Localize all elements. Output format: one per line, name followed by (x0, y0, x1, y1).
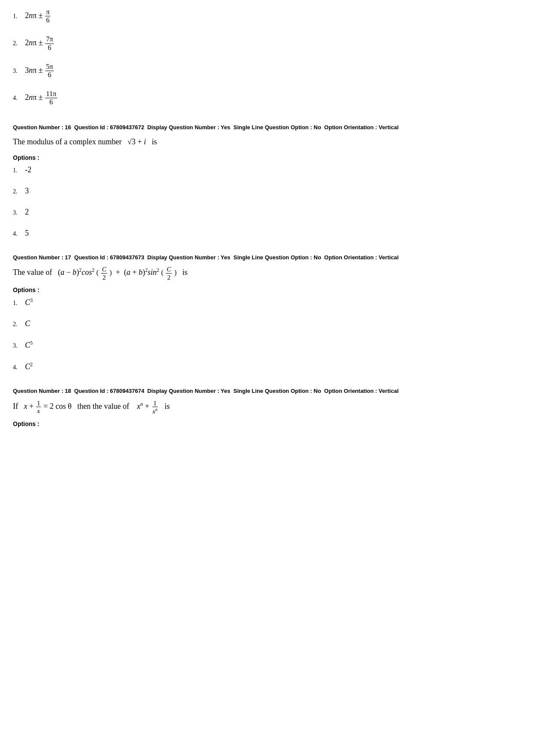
question-17-meta: Question Number : 17 Question Id : 67809… (13, 253, 521, 262)
option-value: C3 (25, 298, 33, 307)
option-number: 4. (13, 364, 22, 371)
option-number: 2. (13, 188, 22, 195)
option-value: C5 (25, 340, 33, 350)
option-value: 2nπ ± 11π 6 (25, 90, 58, 106)
option-number: 4. (13, 230, 22, 237)
list-item: 3. 2 (13, 208, 521, 217)
option-value: 2nπ ± 7π 6 (25, 36, 54, 51)
option-value: 3nπ ± 5π 6 (25, 63, 54, 78)
question-18-meta: Question Number : 18 Question Id : 67809… (13, 387, 521, 395)
option-value: 2nπ ± π 6 (25, 9, 51, 24)
option-number: 1. (13, 13, 22, 20)
question-16-meta: Question Number : 16 Question Id : 67809… (13, 123, 521, 132)
option-number: 2. (13, 321, 22, 328)
list-item: 1. -2 (13, 165, 521, 174)
option-value: C (25, 319, 30, 328)
top-options-section: 1. 2nπ ± π 6 2. 2nπ ± 7π 6 3. 3nπ (13, 9, 521, 106)
options-list-17: 1. C3 2. C 3. C5 4. C2 (13, 298, 521, 371)
question-17-text: The value of (a − b)2cos2 ( C 2 ) + (a +… (13, 266, 521, 280)
list-item: 3. 3nπ ± 5π 6 (13, 63, 521, 78)
question-17: Question Number : 17 Question Id : 67809… (13, 253, 521, 371)
option-value: -2 (25, 165, 31, 174)
option-number: 1. (13, 167, 22, 174)
question-16: Question Number : 16 Question Id : 67809… (13, 123, 521, 238)
option-number: 3. (13, 68, 22, 75)
option-value: 2 (25, 208, 29, 217)
option-number: 2. (13, 40, 22, 47)
question-16-text: The modulus of a complex number √3 + i i… (13, 136, 521, 148)
list-item: 3. C5 (13, 340, 521, 350)
options-label-18: Options : (13, 420, 521, 427)
options-label-17: Options : (13, 286, 521, 293)
options-list-16: 1. -2 2. 3 3. 2 4. 5 (13, 165, 521, 238)
options-label-16: Options : (13, 154, 521, 161)
list-item: 2. C (13, 319, 521, 328)
option-number: 4. (13, 95, 22, 102)
list-item: 1. 2nπ ± π 6 (13, 9, 521, 24)
question-18-text: If x + 1 x = 2 cos θ then the value of x… (13, 400, 521, 415)
option-number: 1. (13, 300, 22, 307)
list-item: 4. 2nπ ± 11π 6 (13, 90, 521, 106)
option-value: 5 (25, 229, 29, 238)
list-item: 2. 2nπ ± 7π 6 (13, 36, 521, 51)
list-item: 1. C3 (13, 298, 521, 307)
option-number: 3. (13, 209, 22, 216)
list-item: 4. 5 (13, 229, 521, 238)
option-number: 3. (13, 342, 22, 349)
option-value: 3 (25, 187, 29, 196)
question-18: Question Number : 18 Question Id : 67809… (13, 387, 521, 427)
option-value: C2 (25, 362, 33, 371)
list-item: 4. C2 (13, 362, 521, 371)
list-item: 2. 3 (13, 187, 521, 196)
